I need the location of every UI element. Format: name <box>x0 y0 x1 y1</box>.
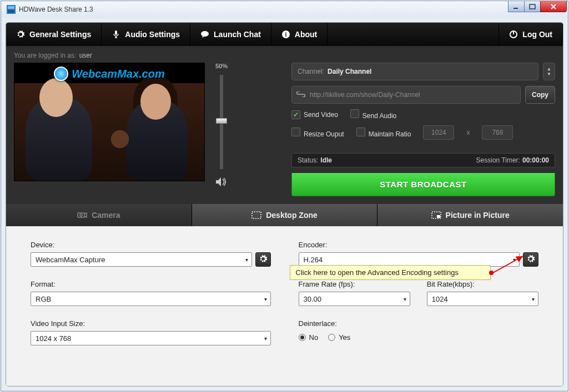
svg-rect-15 <box>437 215 440 218</box>
volume-column: 50% <box>205 63 238 196</box>
tab-label: Desktop Zone <box>266 211 318 220</box>
main-panel: General Settings Audio Settings Launch C… <box>6 22 563 386</box>
chevron-up-icon: ▲ <box>547 67 551 72</box>
speaker-icon[interactable] <box>215 177 228 189</box>
video-preview: WebcamMax.com <box>14 63 205 181</box>
tab-camera[interactable]: Camera <box>6 204 192 226</box>
tooltip-text: Click here to open the Advanced Encoding… <box>296 268 459 277</box>
svg-rect-3 <box>513 8 518 9</box>
camera-icon <box>77 211 87 219</box>
video-size-select[interactable]: 1024 x 768 ▾ <box>31 331 271 345</box>
tab-desktop-zone[interactable]: Desktop Zone <box>192 204 378 226</box>
stream-url-value: http://tikilive.com/show/Daily-Channel <box>310 91 420 99</box>
framerate-select[interactable]: 30.00 ▾ <box>299 292 410 306</box>
checkbox-checked-icon: ✔ <box>291 110 300 119</box>
deinterlace-label: Deinterlace: <box>299 319 539 328</box>
nav-logout[interactable]: Log Out <box>499 23 563 46</box>
checkbox-icon <box>356 128 365 136</box>
chevron-down-icon: ▼ <box>547 72 551 77</box>
send-video-checkbox[interactable]: ✔Send Video <box>291 110 338 119</box>
titlebar: HDWave Desk Share 1.3 <box>1 1 568 18</box>
app-icon <box>7 5 16 14</box>
timer-value: 00:00:00 <box>522 156 549 164</box>
tooltip: Click here to open the Advanced Encoding… <box>290 265 491 280</box>
broadcast-panel: You are logged in as: user <box>6 46 563 204</box>
nav-label: Log Out <box>522 30 552 39</box>
start-broadcast-button[interactable]: START BROADCAST <box>291 173 555 196</box>
app-body: General Settings Audio Settings Launch C… <box>1 18 568 391</box>
encoder-settings-column: Encoder: H.264 ▾ Click here to open the … <box>299 241 539 375</box>
link-icon <box>296 91 305 99</box>
tab-picture-in-picture[interactable]: Picture in Picture <box>377 204 563 226</box>
webcammax-logo-icon <box>54 67 68 81</box>
nav-general-settings[interactable]: General Settings <box>6 23 102 46</box>
controls-column: Channel: Daily Channel ▲ ▼ http:/ <box>291 63 555 196</box>
send-audio-checkbox[interactable]: Send Audio <box>350 109 396 120</box>
svg-point-12 <box>80 214 82 216</box>
stream-url-field[interactable]: http://tikilive.com/show/Daily-Channel <box>291 86 521 104</box>
svg-point-6 <box>201 31 209 37</box>
tooltip-arrow <box>491 253 530 275</box>
channel-select[interactable]: Channel: Daily Channel <box>291 63 538 80</box>
nav-spacer <box>328 23 499 46</box>
nav-label: About <box>295 30 317 39</box>
camera-settings-column: Device: WebcamMax Capture ▾ Format: RGB <box>31 241 271 375</box>
maximize-button[interactable] <box>524 1 541 12</box>
device-value: WebcamMax Capture <box>36 256 105 264</box>
deinterlace-yes-radio[interactable] <box>328 334 335 341</box>
format-label: Format: <box>31 280 271 288</box>
login-user: user <box>79 52 92 59</box>
copy-button[interactable]: Copy <box>525 86 555 104</box>
device-select[interactable]: WebcamMax Capture ▾ <box>31 252 252 267</box>
timer-label: Session Timer: <box>476 156 520 164</box>
output-width-input[interactable] <box>423 125 454 140</box>
format-select[interactable]: RGB ▾ <box>31 292 271 306</box>
preview-column: WebcamMax.com 50% <box>14 63 280 196</box>
source-tabs: Camera Desktop Zone Picture in Picture <box>6 204 563 226</box>
framerate-label: Frame Rate (fps): <box>299 280 410 288</box>
chevron-down-icon: ▾ <box>532 296 535 302</box>
x-separator: x <box>466 129 470 136</box>
microphone-icon <box>112 30 120 39</box>
video-size-value: 1024 x 768 <box>36 334 71 343</box>
checkbox-icon <box>350 109 359 118</box>
nav-audio-settings[interactable]: Audio Settings <box>102 23 190 46</box>
chevron-down-icon: ▾ <box>245 257 248 263</box>
nav-label: Launch Chat <box>214 30 261 39</box>
volume-slider[interactable] <box>220 75 223 169</box>
svg-rect-5 <box>115 30 117 35</box>
nav-launch-chat[interactable]: Launch Chat <box>190 23 271 46</box>
volume-thumb[interactable] <box>216 118 227 124</box>
login-prefix: You are logged in as: <box>14 52 76 59</box>
copy-label: Copy <box>532 91 548 99</box>
radio-label: Yes <box>339 333 350 342</box>
device-settings-button[interactable] <box>255 252 271 267</box>
deinterlace-no-radio[interactable] <box>299 334 306 341</box>
maintain-ratio-checkbox[interactable]: Maintain Ratio <box>356 128 411 138</box>
bitrate-select[interactable]: 1024 ▾ <box>427 292 538 306</box>
radio-label: No <box>309 333 319 342</box>
top-nav: General Settings Audio Settings Launch C… <box>6 23 563 46</box>
framerate-value: 30.00 <box>304 295 322 303</box>
app-window: HDWave Desk Share 1.3 General Settings A… <box>1 1 568 391</box>
video-size-label: Video Input Size: <box>31 319 271 328</box>
nav-label: Audio Settings <box>125 30 180 39</box>
nav-label: General Settings <box>29 30 91 39</box>
gear-icon <box>259 254 268 265</box>
volume-percent: 50% <box>215 63 228 69</box>
power-icon <box>509 30 518 39</box>
status-value: Idle <box>320 156 332 164</box>
svg-rect-2 <box>8 10 14 13</box>
tab-label: Picture in Picture <box>446 211 510 220</box>
close-button[interactable] <box>540 1 567 12</box>
format-value: RGB <box>36 295 51 303</box>
output-height-input[interactable] <box>482 125 513 140</box>
encoder-label: Encoder: <box>299 241 539 249</box>
channel-dropdown-arrows[interactable]: ▲ ▼ <box>543 63 555 80</box>
minimize-button[interactable] <box>508 1 525 12</box>
resize-output-checkbox[interactable]: Resize Ouput <box>291 128 344 138</box>
tooltip-dot <box>489 271 494 275</box>
chevron-down-icon: ▾ <box>264 296 267 302</box>
nav-about[interactable]: i About <box>271 23 328 46</box>
status-label: Status: <box>298 156 318 164</box>
